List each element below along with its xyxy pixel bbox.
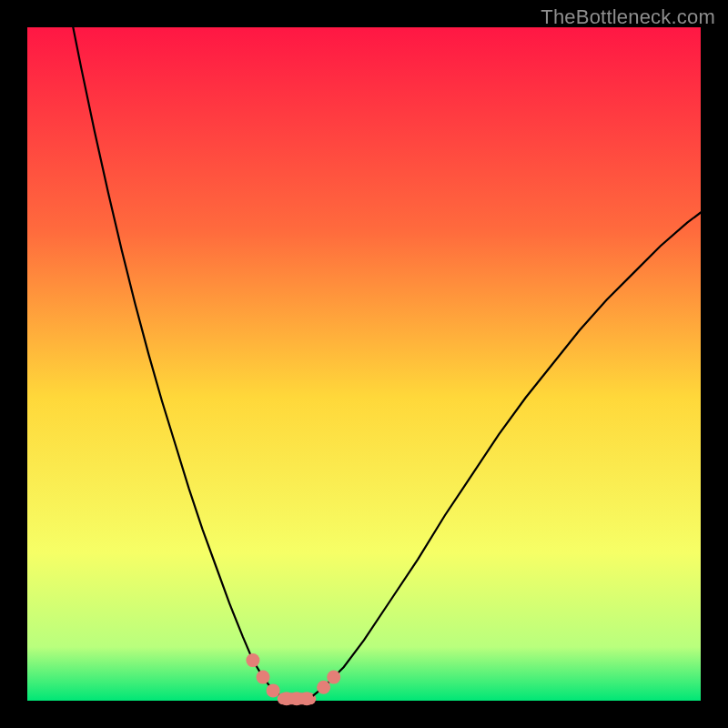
marker-dot xyxy=(257,671,270,684)
marker-dot xyxy=(267,683,280,697)
marker-dot xyxy=(327,671,340,684)
marker-dot xyxy=(246,653,259,667)
marker-dot xyxy=(300,692,314,705)
bottleneck-chart xyxy=(0,0,728,728)
watermark-text: TheBottleneck.com xyxy=(541,5,715,29)
marker-dot xyxy=(317,681,330,694)
plot-background xyxy=(27,27,701,701)
